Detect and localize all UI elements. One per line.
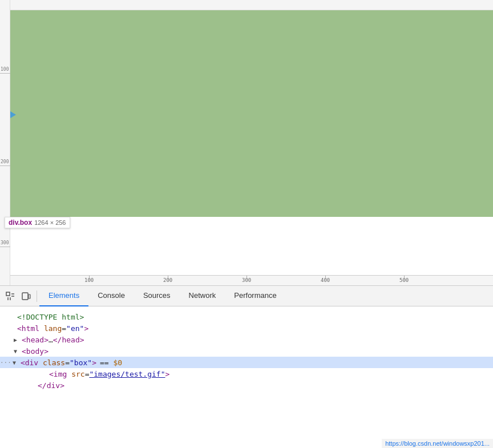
tab-performance[interactable]: Performance [225,286,285,306]
expand-arrow-div[interactable]: ▼ [13,360,21,366]
expand-placeholder [9,325,17,332]
tab-sources[interactable]: Sources [134,286,180,306]
tab-network[interactable]: Network [180,286,225,306]
browser-window: 100 200 300 div.box 1264 × 256 100 200 3 [0,0,493,448]
tab-elements[interactable]: Elements [39,286,88,306]
code-line-html: <html lang = "en" > [0,322,493,334]
expand-placeholder [9,314,17,320]
ruler-tick-300 [0,247,10,247]
doctype-text: <!DOCTYPE html> [17,313,84,321]
h-ruler: 100 200 300 400 500 [10,275,493,285]
svg-rect-5 [22,293,28,300]
expand-arrow-head[interactable]: ▶ [14,337,22,343]
ruler-left: 100 200 300 [0,0,10,285]
green-box [10,10,493,217]
img-src-value: "images/test.gif" [89,370,165,378]
ruler-tick-100 [0,73,10,74]
ruler-tick-200 [0,166,10,166]
tooltip-tag: div.box [9,219,32,227]
element-tooltip: div.box 1264 × 256 [5,217,70,228]
code-line-body: ▼ <body> [0,345,493,357]
devtools-tabs: Elements Console Sources Network Perform… [39,286,491,306]
viewport-area: 100 200 300 div.box 1264 × 256 100 200 3 [0,0,493,285]
devtools-panel: Elements Console Sources Network Perform… [0,285,493,448]
ruler-label-200: 200 [1,160,9,164]
device-toolbar-button[interactable] [18,288,34,304]
code-line-head: ▶ <head> … </head> [0,334,493,345]
ruler-label-300: 300 [1,241,9,245]
devtools-toolbar: Elements Console Sources Network Perform… [0,286,493,306]
toolbar-separator [37,290,37,302]
inspect-element-button[interactable] [2,288,18,304]
element-pointer [10,111,16,118]
dom-equals: == [100,358,113,367]
ruler-label-100: 100 [1,67,9,72]
expand-placeholder [30,382,38,389]
code-line-div-box[interactable]: ··· ▼ <div class = "box" > == $0 [0,357,493,368]
svg-rect-6 [29,294,30,298]
dom-dollar-zero: $0 [113,358,122,367]
svg-rect-0 [6,292,10,296]
url-bar: https://blog.csdn.net/windowsxp201... [382,439,493,448]
dots-indicator: ··· [0,359,11,366]
code-line-close-div: </div> [0,380,493,391]
code-line-doctype: <!DOCTYPE html> [0,311,493,322]
code-line-img: <img src = "images/test.gif" > [0,368,493,380]
tooltip-size: 1264 × 256 [34,219,66,226]
ruler-top [10,0,493,10]
expand-arrow-body[interactable]: ▼ [14,348,22,354]
code-area: <!DOCTYPE html> <html lang = "en" > ▶ <h… [0,306,493,448]
expand-placeholder [41,371,49,377]
tab-console[interactable]: Console [88,286,134,306]
